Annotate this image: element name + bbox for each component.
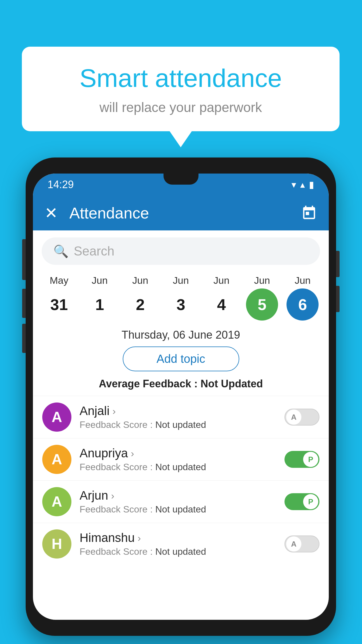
app-bar: ✕ Attendance — [33, 195, 329, 230]
student-item-anjali[interactable]: A Anjali › Feedback Score : Not updated … — [33, 396, 329, 438]
search-bar[interactable]: 🔍 Search — [42, 237, 320, 265]
student-list: A Anjali › Feedback Score : Not updated … — [33, 396, 329, 565]
selected-date: Thursday, 06 June 2019 — [33, 329, 329, 341]
cal-month-4: Jun — [213, 275, 229, 286]
student-name-anupriya: Anupriya › — [80, 446, 276, 460]
cal-month-1: Jun — [92, 275, 108, 286]
student-feedback-himanshu: Feedback Score : Not updated — [80, 546, 276, 557]
student-item-arjun[interactable]: A Arjun › Feedback Score : Not updated P — [33, 480, 329, 523]
toggle-knob-arjun: P — [303, 494, 318, 509]
app-bar-title: Attendance — [69, 204, 301, 222]
cal-item-jun3[interactable]: Jun 3 — [165, 275, 197, 321]
chevron-icon-himanshu: › — [138, 532, 141, 544]
cal-month-6: Jun — [295, 275, 311, 286]
student-feedback-anjali: Feedback Score : Not updated — [80, 419, 276, 430]
cal-month-3: Jun — [173, 275, 189, 286]
volume-up-button — [22, 239, 26, 280]
phone-screen: 14:29 ▾ ▴ ▮ ✕ Attendance 🔍 Search May 31 — [33, 174, 329, 620]
cal-day-1[interactable]: 1 — [84, 288, 116, 321]
notch — [164, 174, 198, 185]
phone-frame: 14:29 ▾ ▴ ▮ ✕ Attendance 🔍 Search May 31 — [26, 158, 336, 636]
cal-day-4[interactable]: 4 — [205, 288, 238, 321]
cal-item-jun4[interactable]: Jun 4 — [205, 275, 238, 321]
volume-down-button — [22, 289, 26, 318]
student-info-himanshu: Himanshu › Feedback Score : Not updated — [80, 531, 276, 557]
search-icon: 🔍 — [53, 244, 68, 258]
toggle-knob-anjali: A — [286, 410, 301, 425]
bubble-title: Smart attendance — [36, 64, 325, 92]
cal-month-2: Jun — [132, 275, 148, 286]
cal-day-6[interactable]: 6 — [287, 288, 319, 321]
toggle-knob-anupriya: P — [303, 452, 318, 467]
status-icons: ▾ ▴ ▮ — [291, 179, 314, 190]
cal-day-3[interactable]: 3 — [165, 288, 197, 321]
cal-item-jun6[interactable]: Jun 6 — [287, 275, 319, 321]
avatar-anjali: A — [42, 402, 71, 432]
student-info-anjali: Anjali › Feedback Score : Not updated — [80, 404, 276, 430]
student-feedback-arjun: Feedback Score : Not updated — [80, 504, 276, 515]
cal-item-may31[interactable]: May 31 — [43, 275, 75, 321]
battery-icon: ▮ — [309, 179, 314, 190]
add-topic-button[interactable]: Add topic — [123, 346, 239, 371]
toggle-anjali[interactable]: A — [284, 409, 319, 426]
avg-feedback-value: Not Updated — [201, 378, 263, 390]
cal-month-0: May — [50, 275, 68, 286]
cal-item-jun2[interactable]: Jun 2 — [124, 275, 156, 321]
avg-feedback: Average Feedback : Not Updated — [33, 378, 329, 390]
student-feedback-anupriya: Feedback Score : Not updated — [80, 462, 276, 473]
chevron-icon-arjun: › — [111, 490, 114, 501]
power-button — [336, 251, 340, 277]
calendar-icon[interactable] — [301, 205, 317, 221]
avg-feedback-label: Average Feedback : — [99, 378, 201, 390]
cal-day-0[interactable]: 31 — [43, 288, 75, 321]
cal-item-jun1[interactable]: Jun 1 — [84, 275, 116, 321]
toggle-arjun[interactable]: P — [284, 493, 319, 510]
student-name-himanshu: Himanshu › — [80, 531, 276, 545]
cal-item-jun5[interactable]: Jun 5 — [246, 275, 278, 321]
close-button[interactable]: ✕ — [45, 204, 58, 222]
student-name-arjun: Arjun › — [80, 489, 276, 503]
cal-day-5[interactable]: 5 — [246, 288, 278, 321]
toggle-anupriya[interactable]: P — [284, 451, 319, 468]
silent-button — [22, 324, 26, 353]
avatar-himanshu: H — [42, 529, 71, 559]
signal-icon: ▴ — [300, 179, 305, 190]
student-name-anjali: Anjali › — [80, 404, 276, 418]
toggle-himanshu[interactable]: A — [284, 536, 319, 552]
status-time: 14:29 — [48, 178, 74, 191]
student-info-anupriya: Anupriya › Feedback Score : Not updated — [80, 446, 276, 473]
calendar-row: May 31 Jun 1 Jun 2 Jun 3 Jun 4 Jun 5 — [33, 272, 329, 321]
cal-month-5: Jun — [254, 275, 270, 286]
speech-bubble: Smart attendance will replace your paper… — [22, 47, 340, 131]
search-input[interactable]: Search — [74, 244, 114, 258]
student-info-arjun: Arjun › Feedback Score : Not updated — [80, 489, 276, 515]
power-button-2 — [336, 286, 340, 312]
avatar-anupriya: A — [42, 445, 71, 474]
toggle-knob-himanshu: A — [286, 536, 301, 552]
wifi-icon: ▾ — [291, 179, 296, 190]
cal-day-2[interactable]: 2 — [124, 288, 156, 321]
bubble-subtitle: will replace your paperwork — [36, 99, 325, 115]
chevron-icon-anupriya: › — [131, 448, 134, 459]
student-item-anupriya[interactable]: A Anupriya › Feedback Score : Not update… — [33, 438, 329, 480]
chevron-icon-anjali: › — [113, 405, 116, 417]
student-item-himanshu[interactable]: H Himanshu › Feedback Score : Not update… — [33, 523, 329, 565]
avatar-arjun: A — [42, 487, 71, 516]
